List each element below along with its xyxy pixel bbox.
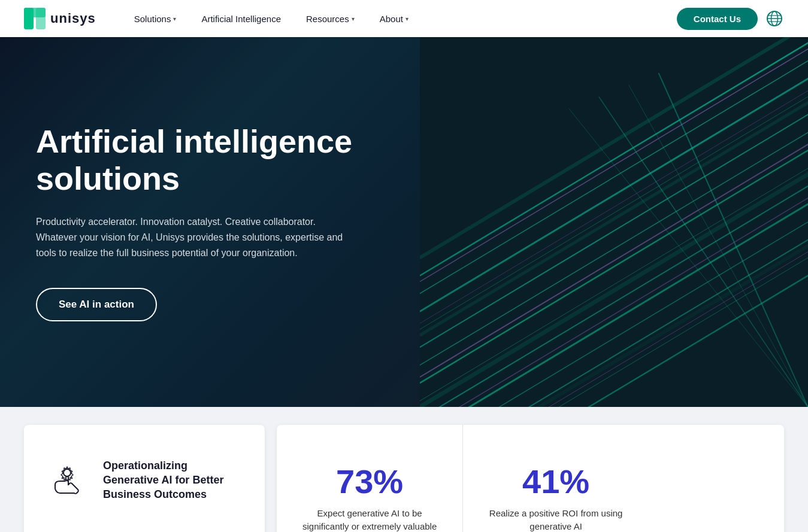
stat-number-1: 73% bbox=[336, 465, 403, 498]
stat-description-2: Realize a positive ROI from using genera… bbox=[482, 507, 630, 533]
chevron-down-icon: ▾ bbox=[405, 16, 408, 22]
svg-rect-2 bbox=[24, 8, 46, 17]
card-main-content: Operationalizing Generative AI for Bette… bbox=[24, 425, 265, 532]
hero-section: Artificial intelligence solutions Produc… bbox=[0, 37, 808, 407]
svg-rect-36 bbox=[420, 37, 808, 407]
chevron-down-icon: ▾ bbox=[173, 16, 176, 22]
logo[interactable]: unisys bbox=[24, 8, 96, 29]
stat-card-2: 41% Realize a positive ROI from using ge… bbox=[463, 425, 649, 532]
card-title: Operationalizing Generative AI for Bette… bbox=[103, 458, 243, 502]
stats-cards: 73% Expect generative AI to be significa… bbox=[277, 425, 784, 532]
hero-cta-button[interactable]: See AI in action bbox=[36, 288, 157, 321]
globe-icon[interactable] bbox=[765, 9, 784, 28]
nav-item-solutions[interactable]: Solutions ▾ bbox=[125, 9, 186, 29]
hero-left: Artificial intelligence solutions Produc… bbox=[0, 37, 420, 407]
navbar: unisys Solutions ▾ Artificial Intelligen… bbox=[0, 0, 808, 37]
main-card: Operationalizing Generative AI for Bette… bbox=[24, 425, 265, 532]
cards-section: Operationalizing Generative AI for Bette… bbox=[0, 407, 808, 532]
stat-description-1: Expect generative AI to be significantly… bbox=[296, 507, 443, 533]
svg-point-37 bbox=[63, 469, 71, 476]
nav-item-ai[interactable]: Artificial Intelligence bbox=[192, 9, 290, 29]
logo-text: unisys bbox=[50, 11, 96, 26]
nav-item-about[interactable]: About ▾ bbox=[370, 9, 418, 29]
hero-description: Productivity accelerator. Innovation cat… bbox=[36, 214, 347, 262]
hero-title: Artificial intelligence solutions bbox=[36, 123, 384, 197]
card-icon-wrap bbox=[46, 458, 89, 501]
nav-links: Solutions ▾ Artificial Intelligence Reso… bbox=[125, 9, 677, 29]
stat-card-1: 73% Expect generative AI to be significa… bbox=[277, 425, 462, 532]
chevron-down-icon: ▾ bbox=[352, 16, 355, 22]
hero-right bbox=[420, 37, 808, 407]
logo-icon bbox=[24, 8, 46, 29]
hero-background-visual bbox=[420, 37, 808, 407]
nav-right: Contact Us bbox=[677, 8, 784, 30]
stat-number-2: 41% bbox=[522, 465, 589, 498]
contact-us-button[interactable]: Contact Us bbox=[677, 8, 758, 30]
nav-item-resources[interactable]: Resources ▾ bbox=[296, 9, 364, 29]
generative-ai-icon bbox=[48, 461, 86, 499]
